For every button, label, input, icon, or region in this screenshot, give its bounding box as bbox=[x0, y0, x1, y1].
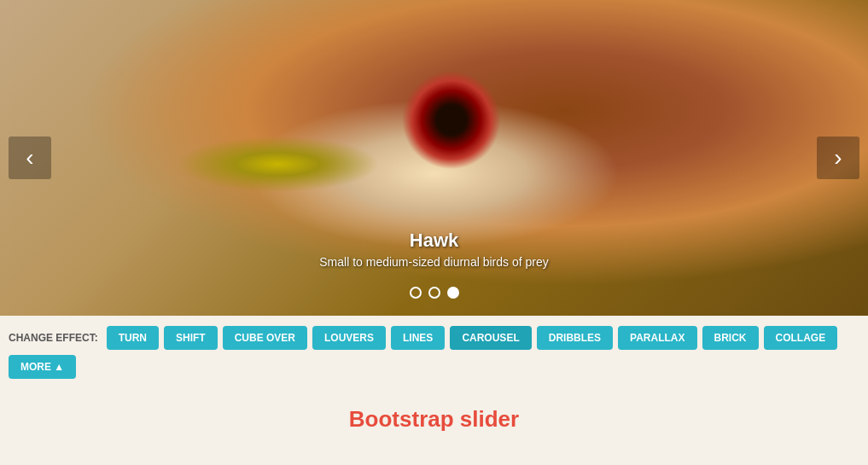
effect-louvers-button[interactable]: LOUVERS bbox=[312, 326, 386, 350]
carousel-title: Hawk bbox=[319, 230, 548, 252]
effects-label: CHANGE EFFECT: bbox=[9, 332, 98, 344]
carousel-indicator-0[interactable] bbox=[410, 287, 422, 299]
carousel: ‹ › Hawk Small to medium-sized diurnal b… bbox=[0, 0, 868, 316]
carousel-prev-button[interactable]: ‹ bbox=[9, 137, 51, 179]
page-title-section: Bootstrap slider bbox=[0, 389, 868, 441]
effect-dribbles-button[interactable]: DRIBBLES bbox=[537, 326, 613, 350]
effect-collage-button[interactable]: COLLAGE bbox=[764, 326, 838, 350]
effect-parallax-button[interactable]: PARALLAX bbox=[618, 326, 696, 350]
next-icon: › bbox=[834, 144, 842, 171]
carousel-indicator-2[interactable] bbox=[447, 287, 459, 299]
carousel-caption: Hawk Small to medium-sized diurnal birds… bbox=[319, 230, 548, 269]
prev-icon: ‹ bbox=[26, 144, 33, 171]
effects-bar: CHANGE EFFECT: TURN SHIFT CUBE OVER LOUV… bbox=[0, 316, 868, 389]
effect-shift-button[interactable]: SHIFT bbox=[164, 326, 218, 350]
effect-brick-button[interactable]: BRICK bbox=[702, 326, 759, 350]
effect-more-button[interactable]: MORE ▲ bbox=[9, 355, 76, 379]
effect-cube-over-button[interactable]: CUBE OVER bbox=[223, 326, 307, 350]
effect-carousel-button[interactable]: CAROUSEL bbox=[450, 326, 531, 350]
carousel-next-button[interactable]: › bbox=[817, 137, 859, 179]
effect-turn-button[interactable]: TURN bbox=[107, 326, 159, 350]
page-title: Bootstrap slider bbox=[9, 406, 859, 433]
carousel-indicators bbox=[410, 287, 459, 299]
carousel-indicator-1[interactable] bbox=[428, 287, 440, 299]
carousel-description: Small to medium-sized diurnal birds of p… bbox=[319, 255, 548, 269]
effect-lines-button[interactable]: LINES bbox=[391, 326, 445, 350]
